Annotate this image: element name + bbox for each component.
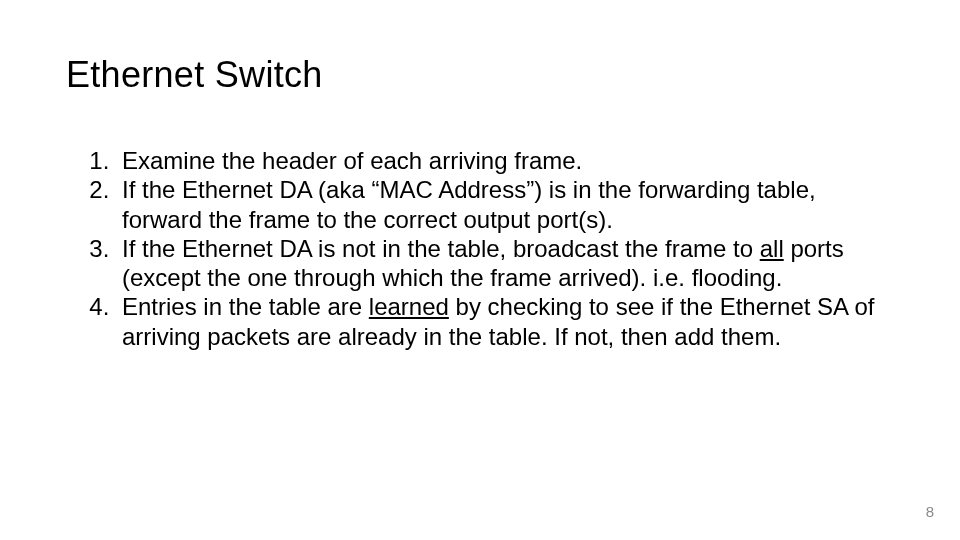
list-item: If the Ethernet DA is not in the table, …: [116, 234, 896, 293]
page-number: 8: [926, 503, 934, 520]
list-item-text-part: If the Ethernet DA is not in the table, …: [122, 235, 760, 262]
list-item: Examine the header of each arriving fram…: [116, 146, 896, 175]
slide-body: Examine the header of each arriving fram…: [66, 146, 896, 351]
list-item: Entries in the table are learned by chec…: [116, 292, 896, 351]
list-item-text: Examine the header of each arriving fram…: [122, 147, 582, 174]
underlined-text: all: [760, 235, 784, 262]
list-item: If the Ethernet DA (aka “MAC Address”) i…: [116, 175, 896, 234]
slide: Ethernet Switch Examine the header of ea…: [0, 0, 960, 540]
numbered-list: Examine the header of each arriving fram…: [66, 146, 896, 351]
list-item-text: If the Ethernet DA (aka “MAC Address”) i…: [122, 176, 816, 232]
list-item-text-part: Entries in the table are: [122, 293, 369, 320]
underlined-text: learned: [369, 293, 449, 320]
slide-title: Ethernet Switch: [66, 54, 323, 96]
